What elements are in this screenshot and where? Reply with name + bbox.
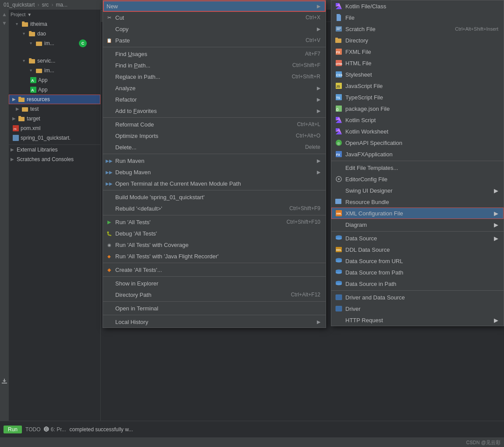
menu-item-open-terminal[interactable]: Open in Terminal [103, 303, 326, 314]
sidebar-item-resources[interactable]: ▶ resources [9, 95, 100, 104]
submenu-item-stylesheet[interactable]: CSS Stylesheet [331, 69, 504, 80]
datasource-inpath-icon [335, 280, 343, 288]
submenu-item-driver[interactable]: Driver [331, 303, 504, 314]
menu-item-run-coverage[interactable]: ◉ Run 'All Tests' with Coverage [103, 239, 326, 250]
breadcrumb-project: 01_quickstart [4, 2, 35, 8]
breadcrumb-ma: ma... [56, 2, 67, 8]
menu-item-analyze[interactable]: Analyze ▶ [103, 82, 326, 94]
svg-rect-28 [335, 39, 341, 43]
submenu-item-resource-bundle[interactable]: Resource Bundle [331, 196, 504, 208]
svg-text:A: A [31, 78, 34, 83]
svg-rect-12 [18, 98, 25, 102]
submenu-item-swing-ui[interactable]: Swing UI Designer ▶ [331, 185, 504, 196]
sidebar-item-pom[interactable]: m pom.xml [9, 123, 100, 133]
menu-item-add-favorites[interactable]: Add to Favorites ▶ [103, 105, 326, 116]
sidebar-item-app1[interactable]: A App [9, 75, 100, 85]
run-button[interactable]: Run [4, 426, 22, 433]
run-area: Run TODO ⓿ 6: Pr... completed successful… [0, 421, 504, 437]
terminal-maven-icon: ▶▶ [106, 180, 113, 187]
menu-item-directory-path[interactable]: Directory Path Ctrl+Alt+F12 [103, 289, 326, 300]
menu-item-open-terminal-maven[interactable]: ▶▶ Open Terminal at the Current Maven Mo… [103, 178, 326, 189]
svg-rect-0 [22, 22, 28, 27]
menu-item-local-history[interactable]: Local History ▶ [103, 316, 326, 327]
sidebar-item-external-libs[interactable]: ▶ External Libraries [9, 145, 100, 155]
menu-item-copy[interactable]: Copy ▶ [103, 23, 326, 35]
svg-rect-1 [22, 21, 25, 23]
todo-label[interactable]: TODO [25, 426, 40, 433]
submenu-item-ddl[interactable]: DDL DDL Data Source [331, 244, 504, 255]
submenu-arrow: ▶ [494, 317, 498, 324]
sidebar-item-app2[interactable]: A App [9, 85, 100, 95]
menu-item-build-module[interactable]: Build Module 'spring_01_quickstart' [103, 191, 326, 203]
svg-point-67 [336, 272, 342, 274]
menu-item-run-all-tests[interactable]: ▶ Run 'All Tests' Ctrl+Shift+F10 [103, 216, 326, 228]
menu-item-find-in-path[interactable]: Find in Path... Ctrl+Shift+F [103, 60, 326, 71]
submenu-item-data-source-url[interactable]: Data Source from URL [331, 255, 504, 267]
sidebar-item-dao[interactable]: ▾ dao [9, 29, 100, 39]
sidebar-item-itheima[interactable]: ▾ itheima [9, 19, 100, 29]
download-icon[interactable] [1, 378, 7, 386]
separator [103, 47, 326, 47]
submenu-arrow: ▶ [317, 97, 320, 102]
sidebar-item-servic[interactable]: ▾ servic... [9, 56, 100, 66]
js-icon: JS [335, 82, 343, 90]
menu-item-replace[interactable]: Replace in Path... Ctrl+Shift+R [103, 71, 326, 82]
submenu-item-driver-datasource[interactable]: Driver and Data Source [331, 292, 504, 303]
submenu-item-edit-templates[interactable]: Edit File Templates... [331, 162, 504, 173]
scroll-up-icon[interactable]: ▲ [2, 11, 7, 18]
menu-item-delete[interactable]: Delete... Delete [103, 141, 326, 153]
menu-item-new[interactable]: New ▶ [103, 0, 326, 12]
submenu-item-editorconfig[interactable]: EditorConfig File [331, 173, 504, 185]
editorconfig-icon [335, 175, 343, 183]
sidebar-item-test[interactable]: ▶ test [9, 104, 100, 114]
scroll-down-icon[interactable]: ▼ [2, 20, 7, 26]
expand-arrow: ▾ [23, 31, 28, 36]
menu-item-create-tests[interactable]: ◆ Create 'All Tests'... [103, 264, 326, 275]
menu-item-debug-tests[interactable]: 🐛 Debug 'All Tests' [103, 228, 326, 239]
submenu-item-javafx[interactable]: FX JavaFXApplication [331, 148, 504, 160]
menu-item-reformat[interactable]: Reformat Code Ctrl+Alt+L [103, 119, 326, 130]
svg-rect-72 [336, 306, 342, 311]
submenu-item-file[interactable]: File [331, 12, 504, 23]
submenu-item-data-source[interactable]: Data Source ▶ [331, 232, 504, 244]
menu-item-refactor[interactable]: Refactor ▶ [103, 94, 326, 105]
debug-maven-icon: ▶▶ [106, 169, 113, 176]
submenu-item-ts[interactable]: TS TypeScript File [331, 92, 504, 103]
menu-item-rebuild[interactable]: Rebuild '<default>' Ctrl+Shift+F9 [103, 203, 326, 214]
submenu-item-data-source-path[interactable]: Data Source from Path [331, 267, 504, 278]
sidebar-item-spring[interactable]: spring_01_quickstart. [9, 133, 100, 143]
menu-item-run-recorder[interactable]: ◆ Run 'All Tests' with 'Java Flight Reco… [103, 250, 326, 262]
submenu-item-kotlin-script[interactable]: Kotlin Script [331, 114, 504, 126]
expand-arrow: ▶ [16, 106, 21, 112]
menu-item-find-usages[interactable]: Find Usages Alt+F7 [103, 48, 326, 60]
scratch-icon [335, 25, 343, 33]
menu-item-run-maven[interactable]: ▶▶ Run Maven ▶ [103, 155, 326, 166]
menu-item-cut[interactable]: ✂ Cut Ctrl+X [103, 12, 326, 23]
menu-item-paste[interactable]: 📋 Paste Ctrl+V [103, 35, 326, 46]
submenu-item-openapi[interactable]: ◎ OpenAPI Specification [331, 137, 504, 148]
javafx-icon: FX [335, 150, 343, 158]
submenu-item-scratch[interactable]: Scratch File Ctrl+Alt+Shift+Insert [331, 23, 504, 35]
submenu-item-fxml[interactable]: FX FXML File [331, 46, 504, 57]
submenu-item-package-json[interactable]: {} package.json File [331, 103, 504, 114]
submenu-item-directory[interactable]: Directory [331, 35, 504, 46]
menu-item-debug-maven[interactable]: ▶▶ Debug Maven ▶ [103, 166, 326, 178]
folder-icon [36, 40, 43, 46]
svg-rect-16 [18, 116, 21, 117]
driver-datasource-icon [335, 293, 343, 301]
submenu-item-http-request[interactable]: HTTP Request ▶ [331, 314, 504, 326]
menu-item-show-explorer[interactable]: Show in Explorer [103, 278, 326, 289]
submenu-item-xml-config[interactable]: XML XML Configuration File ▶ [331, 208, 504, 219]
sidebar-item-im2[interactable]: ▾ im... [9, 66, 100, 75]
submenu-item-kotlin-class[interactable]: Kotlin File/Class [331, 0, 504, 12]
submenu-item-kotlin-worksheet[interactable]: Kotlin Worksheet [331, 126, 504, 137]
sidebar-item-target[interactable]: ▶ target [9, 114, 100, 123]
menu-item-optimize[interactable]: Optimize Imports Ctrl+Alt+O [103, 130, 326, 141]
sidebar-item-scratches[interactable]: ▶ Scratches and Consoles [9, 155, 100, 164]
submenu-item-js[interactable]: JS JavaScript File [331, 80, 504, 92]
submenu-item-html[interactable]: HTML HTML File [331, 57, 504, 69]
submenu-item-data-source-in-path[interactable]: Data Source in Path [331, 278, 504, 289]
submenu-item-diagram[interactable]: Diagram ▶ [331, 219, 504, 230]
driver-icon [335, 305, 343, 313]
problems-label[interactable]: ⓿ 6: Pr... [44, 426, 66, 433]
